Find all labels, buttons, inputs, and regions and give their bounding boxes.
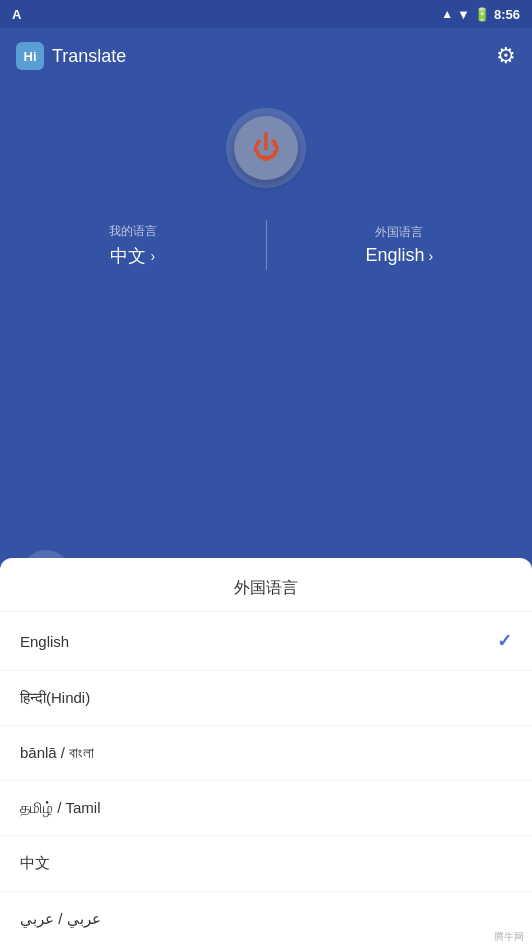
signal-icon: ▲	[441, 7, 453, 21]
my-language-item[interactable]: 我的语言 中文 ›	[0, 223, 266, 268]
power-button[interactable]: ⏻	[234, 116, 298, 180]
foreign-language-item[interactable]: 外国语言 English ›	[267, 224, 533, 266]
status-bar: A ▲ ▼ 🔋 8:56	[0, 0, 532, 28]
bottom-sheet: 外国语言 English✓हिन्दी(Hindi)bānlā / বাংলাத…	[0, 558, 532, 946]
lang-list-item[interactable]: عربي / عربي	[0, 892, 532, 946]
battery-icon: 🔋	[474, 7, 490, 22]
lang-list-item[interactable]: English✓	[0, 612, 532, 671]
lang-name: عربي / عربي	[20, 910, 101, 928]
lang-list-item[interactable]: हिन्दी(Hindi)	[0, 671, 532, 726]
lang-list-item[interactable]: 中文	[0, 836, 532, 892]
app-header: Hi Translate ⚙	[0, 28, 532, 84]
lang-name: हिन्दी(Hindi)	[20, 689, 90, 707]
my-language-chevron: ›	[150, 248, 155, 264]
app-logo: Hi	[16, 42, 44, 70]
lang-list-item[interactable]: bānlā / বাংলা	[0, 726, 532, 781]
status-right: ▲ ▼ 🔋 8:56	[441, 7, 520, 22]
my-language-value: 中文 ›	[110, 244, 155, 268]
sheet-title: 外国语言	[0, 558, 532, 612]
lang-name: 中文	[20, 854, 50, 873]
power-icon: ⏻	[252, 134, 280, 162]
language-selector: 我的语言 中文 › 外国语言 English ›	[0, 220, 532, 270]
carrier-label: A	[12, 7, 21, 22]
settings-icon[interactable]: ⚙	[496, 43, 516, 69]
lang-name: bānlā / বাংলা	[20, 744, 94, 762]
foreign-language-value: English ›	[365, 245, 433, 266]
wifi-icon: ▼	[457, 7, 470, 22]
main-area: ⏻ 我的语言 中文 › 外国语言 English ›	[0, 84, 532, 626]
lang-list-item[interactable]: தமிழ் / Tamil	[0, 781, 532, 836]
foreign-language-chevron: ›	[428, 248, 433, 264]
language-list: English✓हिन्दी(Hindi)bānlā / বাংলাதமிழ் …	[0, 612, 532, 946]
watermark: 腾牛网	[494, 930, 524, 944]
time-label: 8:56	[494, 7, 520, 22]
app-title: Translate	[52, 46, 126, 67]
my-language-label: 我的语言	[109, 223, 157, 240]
check-icon: ✓	[497, 630, 512, 652]
foreign-language-label: 外国语言	[375, 224, 423, 241]
power-button-container: ⏻	[226, 108, 306, 188]
lang-name: தமிழ் / Tamil	[20, 799, 101, 817]
lang-name: English	[20, 633, 69, 650]
app-title-area: Hi Translate	[16, 42, 126, 70]
